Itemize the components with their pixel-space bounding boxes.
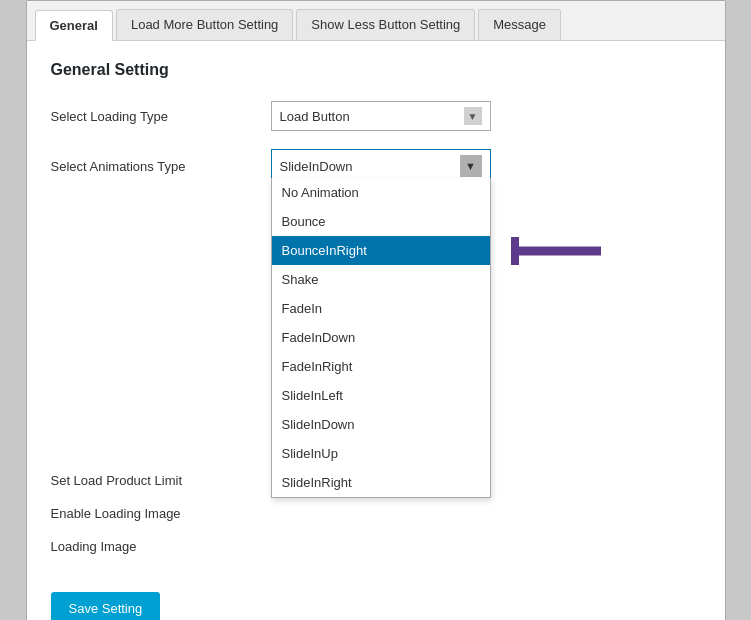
dropdown-item-fadein[interactable]: FadeIn xyxy=(272,294,490,323)
arrow-annotation xyxy=(511,237,611,268)
animations-dropdown-list: No Animation Bounce BounceInRight Shake … xyxy=(271,178,491,498)
save-button[interactable]: Save Setting xyxy=(51,592,161,620)
animations-type-control: SlideInDown ▼ No Animation Bounce Bounce… xyxy=(271,149,491,183)
dropdown-item-no-animation[interactable]: No Animation xyxy=(272,178,490,207)
enable-loading-image-row: Enable Loading Image xyxy=(51,506,701,521)
section-title: General Setting xyxy=(51,61,701,79)
tab-show-less[interactable]: Show Less Button Setting xyxy=(296,9,475,40)
dropdown-item-slideinleft[interactable]: SlideInLeft xyxy=(272,381,490,410)
animations-type-row: Select Animations Type SlideInDown ▼ No … xyxy=(51,149,701,183)
arrow-icon xyxy=(511,237,611,265)
dropdown-item-slideinup[interactable]: SlideInUp xyxy=(272,439,490,468)
tab-general[interactable]: General xyxy=(35,10,113,41)
loading-image-row: Loading Image xyxy=(51,539,701,554)
tab-load-more[interactable]: Load More Button Setting xyxy=(116,9,293,40)
loading-type-label: Select Loading Type xyxy=(51,109,271,124)
main-container: General Load More Button Setting Show Le… xyxy=(26,0,726,620)
animations-selected-value: SlideInDown xyxy=(280,159,353,174)
load-product-limit-label: Set Load Product Limit xyxy=(51,473,271,488)
loading-type-value: Load Button xyxy=(280,109,350,124)
dropdown-item-fadeinright[interactable]: FadeInRight xyxy=(272,352,490,381)
loading-type-row: Select Loading Type Load Button ▼ xyxy=(51,101,701,131)
animations-type-label: Select Animations Type xyxy=(51,159,271,174)
dropdown-item-fadeindown[interactable]: FadeInDown xyxy=(272,323,490,352)
loading-type-select[interactable]: Load Button ▼ xyxy=(271,101,491,131)
loading-type-arrow-icon: ▼ xyxy=(464,107,482,125)
dropdown-item-slideindown[interactable]: SlideInDown xyxy=(272,410,490,439)
dropdown-item-bounceinright[interactable]: BounceInRight xyxy=(272,236,490,265)
dropdown-item-shake[interactable]: Shake xyxy=(272,265,490,294)
loading-type-control: Load Button ▼ xyxy=(271,101,491,131)
tab-message[interactable]: Message xyxy=(478,9,561,40)
dropdown-item-slideinright[interactable]: SlideInRight xyxy=(272,468,490,497)
content-area: General Setting Select Loading Type Load… xyxy=(27,41,725,620)
animations-dropdown-arrow-icon[interactable]: ▼ xyxy=(460,155,482,177)
tabs-bar: General Load More Button Setting Show Le… xyxy=(27,1,725,41)
dropdown-item-bounce[interactable]: Bounce xyxy=(272,207,490,236)
loading-image-label: Loading Image xyxy=(51,539,271,554)
enable-loading-image-label: Enable Loading Image xyxy=(51,506,271,521)
